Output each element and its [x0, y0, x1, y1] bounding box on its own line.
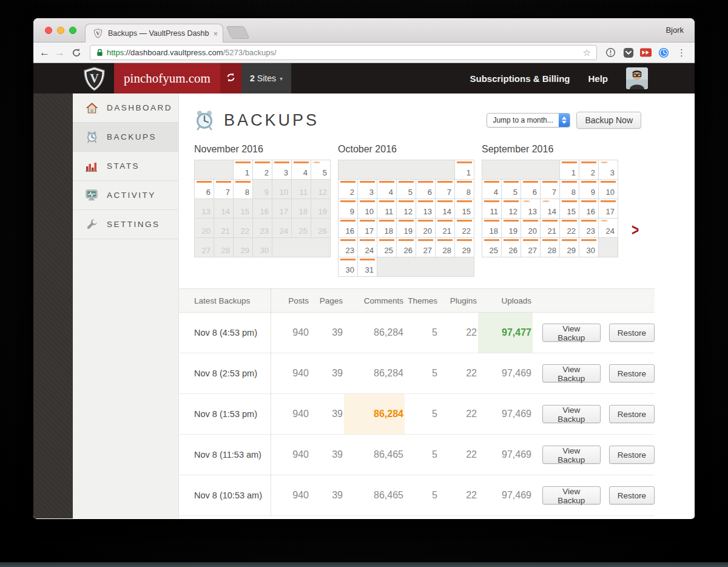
site-refresh-button[interactable] — [220, 63, 241, 93]
calendar-day-cell[interactable]: 17 — [358, 219, 377, 237]
calendar-day-cell[interactable]: 17 — [599, 199, 618, 218]
history-clock-icon[interactable] — [657, 46, 670, 59]
calendar-day-cell[interactable]: 3 — [599, 160, 618, 179]
calendar-day-cell[interactable]: 21 — [541, 219, 559, 237]
calendar-day-cell[interactable]: 19 — [397, 219, 416, 237]
current-site-button[interactable]: pinchofyum.com — [114, 63, 220, 93]
tab-close-icon[interactable]: × — [213, 29, 218, 38]
calendar-day-cell[interactable]: 21 — [436, 219, 454, 237]
calendar-day-cell[interactable]: 6 — [416, 180, 435, 199]
calendar-day-cell[interactable]: 3 — [272, 160, 291, 179]
calendar-day-cell[interactable]: 5 — [311, 160, 330, 179]
calendar-day-cell[interactable]: 11 — [377, 199, 396, 218]
restore-button[interactable]: Restore — [609, 405, 655, 423]
calendar-day-cell[interactable]: 27 — [521, 238, 540, 257]
sites-dropdown[interactable]: 2 Sites ▾ — [241, 63, 291, 93]
user-avatar[interactable] — [626, 67, 648, 89]
calendar-day-cell[interactable]: 22 — [560, 219, 579, 237]
calendar-day-cell[interactable]: 13 — [521, 199, 540, 218]
restore-button[interactable]: Restore — [609, 446, 655, 464]
calendar-day-cell[interactable]: 11 — [482, 199, 501, 218]
restore-button[interactable]: Restore — [609, 324, 655, 342]
view-backup-button[interactable]: View Backup — [542, 446, 601, 464]
calendar-day-cell[interactable]: 23 — [579, 219, 598, 237]
calendar-day-cell[interactable]: 4 — [482, 180, 501, 199]
reload-icon[interactable] — [70, 46, 83, 59]
calendar-day-cell[interactable]: 14 — [436, 199, 454, 218]
calendar-day-cell[interactable]: 19 — [502, 219, 521, 237]
calendar-day-cell[interactable]: 6 — [521, 180, 540, 199]
view-backup-button[interactable]: View Backup — [542, 486, 601, 504]
calendar-day-cell[interactable]: 18 — [482, 219, 501, 237]
calendar-day-cell[interactable]: 24 — [358, 238, 377, 257]
calendar-day-cell[interactable]: 8 — [234, 180, 252, 199]
calendar-day-cell[interactable]: 25 — [482, 238, 501, 257]
calendar-day-cell[interactable]: 16 — [339, 219, 357, 237]
calendar-day-cell[interactable]: 7 — [541, 180, 559, 199]
calendar-day-cell[interactable]: 28 — [436, 238, 454, 257]
calendar-day-cell[interactable]: 1 — [560, 160, 579, 179]
browser-tab[interactable]: V Backups — VaultPress Dashbo × — [85, 24, 223, 42]
calendar-day-cell[interactable]: 15 — [560, 199, 579, 218]
new-tab-button[interactable] — [226, 26, 249, 39]
calendar-day-cell[interactable]: 22 — [455, 219, 474, 237]
calendar-day-cell[interactable]: 15 — [455, 199, 474, 218]
month-select[interactable]: Jump to a month... — [487, 113, 570, 127]
view-backup-button[interactable]: View Backup — [542, 324, 601, 342]
sidebar-item-settings[interactable]: SETTINGS — [73, 210, 178, 239]
calendar-day-cell[interactable]: 8 — [455, 180, 474, 199]
calendar-day-cell[interactable]: 23 — [339, 238, 357, 257]
calendar-day-cell[interactable]: 2 — [253, 160, 272, 179]
bookmark-star-icon[interactable]: ☆ — [583, 47, 591, 58]
calendar-day-cell[interactable]: 25 — [377, 238, 396, 257]
calendar-day-cell[interactable]: 29 — [455, 238, 474, 257]
calendar-day-cell[interactable]: 30 — [579, 238, 598, 257]
overflow-menu-icon[interactable]: ⋮ — [675, 47, 689, 58]
calendar-day-cell[interactable]: 2 — [579, 160, 598, 179]
calendar-day-cell[interactable]: 6 — [195, 180, 214, 199]
pocket-icon[interactable] — [622, 46, 635, 59]
address-bar[interactable]: https://dashboard.vaultpress.com/5273/ba… — [90, 45, 597, 60]
calendar-day-cell[interactable]: 30 — [339, 257, 357, 276]
calendar-day-cell[interactable]: 26 — [502, 238, 521, 257]
calendar-day-cell[interactable]: 4 — [292, 160, 311, 179]
calendar-day-cell[interactable]: 26 — [397, 238, 416, 257]
view-backup-button[interactable]: View Backup — [542, 364, 601, 382]
minimize-window-button[interactable] — [57, 27, 64, 34]
calendar-day-cell[interactable]: 29 — [560, 238, 579, 257]
back-arrow-icon[interactable]: ← — [39, 47, 50, 58]
browser-profile-name[interactable]: Bjork — [666, 25, 684, 35]
calendar-day-cell[interactable]: 18 — [377, 219, 396, 237]
calendar-day-cell[interactable]: 4 — [377, 180, 396, 199]
calendar-day-cell[interactable]: 9 — [579, 180, 598, 199]
sidebar-item-backups[interactable]: BACKUPS — [73, 123, 178, 152]
calendar-day-cell[interactable]: 5 — [397, 180, 416, 199]
calendar-day-cell[interactable]: 1 — [234, 160, 252, 179]
calendar-day-cell[interactable]: 9 — [339, 199, 357, 218]
restore-button[interactable]: Restore — [609, 486, 655, 504]
zoom-window-button[interactable] — [69, 27, 76, 34]
media-speed-icon[interactable] — [639, 46, 652, 59]
sidebar-item-stats[interactable]: STATS — [73, 152, 178, 181]
subscriptions-billing-link[interactable]: Subscriptions & Billing — [470, 73, 570, 84]
info-badge-icon[interactable] — [604, 46, 617, 59]
calendar-day-cell[interactable]: 8 — [560, 180, 579, 199]
sidebar-item-activity[interactable]: ACTIVITY — [73, 181, 178, 210]
backup-now-button[interactable]: Backup Now — [576, 112, 641, 129]
vaultpress-logo-icon[interactable]: V — [83, 67, 106, 91]
restore-button[interactable]: Restore — [609, 364, 655, 382]
calendar-day-cell[interactable]: 3 — [358, 180, 377, 199]
help-link[interactable]: Help — [588, 73, 608, 84]
calendar-day-cell[interactable]: 7 — [436, 180, 454, 199]
calendar-day-cell[interactable]: 7 — [214, 180, 233, 199]
calendar-day-cell[interactable]: 24 — [599, 219, 618, 237]
calendar-day-cell[interactable]: 20 — [416, 219, 435, 237]
calendar-day-cell[interactable]: 14 — [541, 199, 559, 218]
calendar-day-cell[interactable]: 16 — [579, 199, 598, 218]
calendar-day-cell[interactable]: 10 — [358, 199, 377, 218]
view-backup-button[interactable]: View Backup — [542, 405, 601, 423]
calendar-day-cell[interactable]: 27 — [416, 238, 435, 257]
close-window-button[interactable] — [45, 27, 52, 34]
calendar-day-cell[interactable]: 12 — [502, 199, 521, 218]
calendar-day-cell[interactable]: 28 — [541, 238, 559, 257]
